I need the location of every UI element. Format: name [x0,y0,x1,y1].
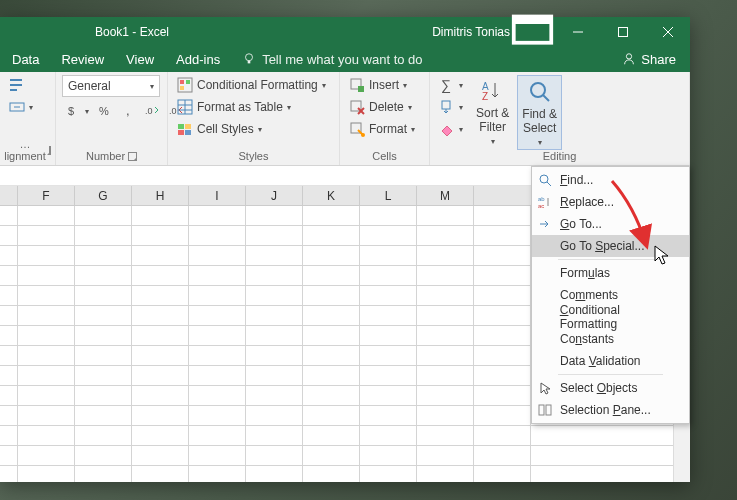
cell[interactable] [18,466,75,482]
cell[interactable] [75,346,132,365]
number-format-dropdown[interactable]: General ▾ [62,75,160,97]
col-header[interactable]: F [18,186,75,205]
cell[interactable] [75,406,132,425]
cell[interactable] [18,346,75,365]
cell[interactable] [189,426,246,445]
cell[interactable] [189,466,246,482]
cell[interactable] [417,306,474,325]
conditional-formatting-button[interactable]: Conditional Formatting▾ [174,75,329,95]
cell[interactable] [18,386,75,405]
menu-data-validation[interactable]: Data Validation [532,350,689,372]
cell[interactable] [189,346,246,365]
cell[interactable] [0,446,18,465]
cell[interactable] [474,246,531,265]
cell[interactable] [246,406,303,425]
cell[interactable] [417,466,474,482]
cell[interactable] [417,226,474,245]
cell[interactable] [18,306,75,325]
cell[interactable] [360,266,417,285]
cell[interactable] [417,406,474,425]
cell[interactable] [474,206,531,225]
ribbon-display-options-button[interactable] [510,17,555,46]
cell[interactable] [189,206,246,225]
cell[interactable] [303,226,360,245]
cell[interactable] [474,306,531,325]
cell[interactable] [246,206,303,225]
cell[interactable] [0,226,18,245]
accounting-format-button[interactable]: $▾ [62,101,92,121]
sort-filter-button[interactable]: AZ Sort & Filter▾ [472,75,513,148]
cell[interactable] [246,226,303,245]
format-cells-button[interactable]: Format▾ [346,119,418,139]
cell[interactable] [0,266,18,285]
cell[interactable] [360,326,417,345]
cell[interactable] [303,286,360,305]
delete-cells-button[interactable]: Delete▾ [346,97,418,117]
menu-constants[interactable]: Constants [532,328,689,350]
cell[interactable] [360,386,417,405]
cell[interactable] [246,366,303,385]
cell[interactable] [246,466,303,482]
cell[interactable] [18,326,75,345]
cell[interactable] [75,206,132,225]
cell[interactable] [360,366,417,385]
menu-goto[interactable]: Go To... [532,213,689,235]
cell[interactable] [246,306,303,325]
cell[interactable] [417,426,474,445]
cell[interactable] [75,386,132,405]
cell[interactable] [246,326,303,345]
cell[interactable] [132,406,189,425]
cell[interactable] [132,286,189,305]
cell[interactable] [246,386,303,405]
col-header[interactable]: K [303,186,360,205]
cell[interactable] [0,406,18,425]
cell[interactable] [360,286,417,305]
wrap-text-button[interactable] [6,75,36,95]
cell[interactable] [18,266,75,285]
cell[interactable] [18,406,75,425]
cell[interactable] [75,426,132,445]
cell[interactable] [0,306,18,325]
cell[interactable] [303,266,360,285]
cell[interactable] [531,426,690,445]
comma-format-button[interactable]: , [118,101,140,121]
cell[interactable] [246,266,303,285]
cell[interactable] [0,206,18,225]
cell[interactable] [360,306,417,325]
cell[interactable] [474,406,531,425]
cell[interactable] [417,286,474,305]
cell[interactable] [303,346,360,365]
cell[interactable] [0,366,18,385]
cell[interactable] [417,246,474,265]
col-header[interactable]: G [75,186,132,205]
cell[interactable] [474,346,531,365]
cell[interactable] [132,366,189,385]
cell[interactable] [189,226,246,245]
cell[interactable] [303,206,360,225]
cell[interactable] [132,266,189,285]
cell[interactable] [360,346,417,365]
autosum-button[interactable]: ∑▾ [436,75,466,95]
cell[interactable] [474,386,531,405]
cell[interactable] [75,326,132,345]
cell[interactable] [303,446,360,465]
cell[interactable] [18,226,75,245]
cell[interactable] [132,246,189,265]
cell[interactable] [189,366,246,385]
menu-formulas[interactable]: Formulas [532,262,689,284]
cell[interactable] [132,326,189,345]
insert-cells-button[interactable]: Insert▾ [346,75,418,95]
menu-selection-pane[interactable]: Selection Pane... [532,399,689,421]
cell[interactable] [132,446,189,465]
cell[interactable] [18,426,75,445]
cell[interactable] [474,426,531,445]
cell[interactable] [246,446,303,465]
cell[interactable] [246,286,303,305]
cell[interactable] [18,286,75,305]
number-dialog-launcher[interactable] [128,152,137,161]
menu-find[interactable]: Find... [532,169,689,191]
menu-replace[interactable]: abac Replace... [532,191,689,213]
cell[interactable] [474,266,531,285]
alignment-dialog-launcher[interactable] [49,146,51,155]
share-button[interactable]: Share [622,52,676,67]
